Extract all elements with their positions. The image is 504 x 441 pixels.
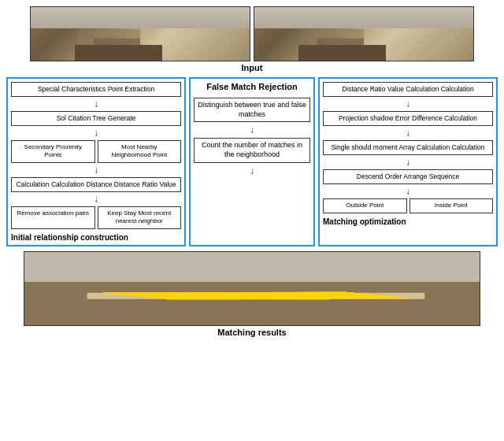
input-image-right: [254, 6, 474, 61]
left-box-3a: Secondary Proximity Points: [11, 140, 95, 163]
svg-rect-3: [317, 39, 364, 53]
input-label: Input: [242, 63, 263, 72]
left-arrow-3: ↓: [11, 165, 181, 175]
right-box-3: Single should moment Array Calculation C…: [323, 140, 493, 155]
right-box-1: Distance Ratio Value Calculation Calcula…: [323, 82, 493, 97]
middle-section: Special Characteristics Point Extraction…: [6, 77, 498, 246]
left-box-5b: Keep Stay Most recent nearest neighbor: [98, 206, 182, 229]
right-panel: Distance Ratio Value Calculation Calcula…: [318, 77, 498, 246]
right-arrow-1: ↓: [323, 99, 493, 109]
right-arrow-3: ↓: [323, 158, 493, 167]
input-images: [6, 6, 498, 61]
left-arrow-1: ↓: [11, 99, 181, 109]
input-image-left: [30, 6, 250, 61]
result-image: [24, 251, 480, 326]
center-title: False Match Rejection: [206, 82, 298, 91]
left-row-3: Secondary Proximity Points Most Nearby N…: [11, 140, 181, 163]
results-label: Matching results: [217, 328, 286, 337]
bottom-section: Matching results: [6, 251, 498, 337]
left-box-3b: Most Nearby Neighborhood Point: [98, 140, 182, 163]
svg-rect-5: [24, 252, 480, 282]
center-arrow-2: ↓: [250, 166, 254, 176]
left-box-5a: Remove association pairs: [11, 206, 95, 229]
input-section: Input: [6, 6, 498, 72]
right-box-4: Descend Order Arrange Sequence: [323, 169, 493, 184]
left-panel-title: Initial relationship construction: [11, 233, 181, 242]
left-panel: Special Characteristics Point Extraction…: [6, 77, 186, 246]
right-arrow-2: ↓: [323, 128, 493, 138]
right-box-2: Projection shadow Error Difference Calcu…: [323, 111, 493, 126]
right-panel-title: Matching optimization: [323, 217, 493, 226]
center-box-1: Distinguish between true and false match…: [194, 98, 310, 122]
left-box-1: Special Characteristics Point Extraction: [11, 82, 181, 97]
svg-rect-1: [93, 39, 140, 53]
left-box-4: Calculation Calculation Distance Distanc…: [11, 177, 181, 192]
right-box-5a: Outside Point: [323, 198, 407, 213]
center-box-2: Count the number of matches in the neigh…: [194, 138, 310, 162]
right-box-5b: Inside Point: [410, 198, 494, 213]
left-row-5: Remove association pairs Keep Stay Most …: [11, 206, 181, 229]
main-container: Input Special Characteristics Point Extr…: [0, 0, 504, 441]
right-arrow-4: ↓: [323, 187, 493, 196]
right-row-5: Outside Point Inside Point: [323, 198, 493, 213]
left-arrow-2: ↓: [11, 128, 181, 138]
center-panel: False Match Rejection Distinguish betwee…: [189, 77, 315, 246]
center-arrow-1: ↓: [250, 125, 254, 135]
left-box-2: Sol Citation Tree Generate: [11, 111, 181, 126]
left-arrow-4: ↓: [11, 195, 181, 204]
